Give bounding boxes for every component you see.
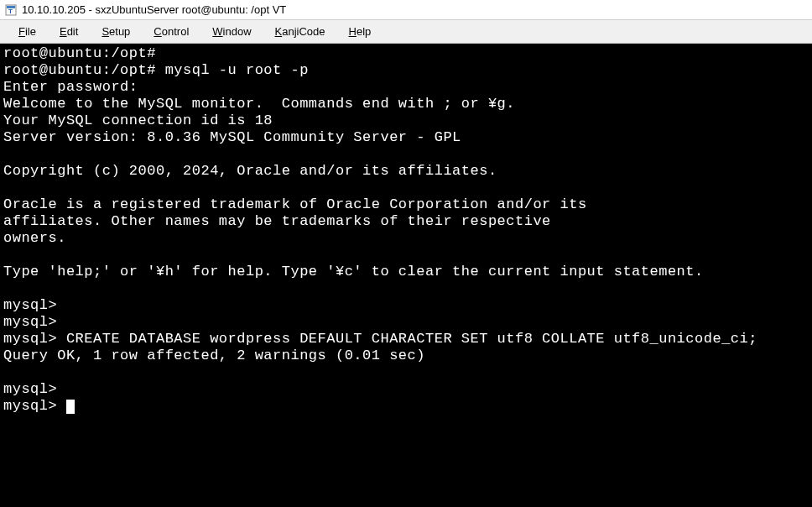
menu-setup[interactable]: Setup [90, 23, 142, 40]
terminal-cursor [66, 400, 75, 414]
window-title: 10.10.10.205 - sxzUbuntuServer root@ubun… [22, 3, 286, 16]
svg-text:T: T [8, 8, 13, 15]
app-icon: T [5, 4, 17, 16]
menu-help[interactable]: Help [337, 23, 383, 40]
menu-window[interactable]: Window [200, 23, 263, 40]
menu-file[interactable]: File [7, 23, 48, 40]
title-bar: T 10.10.10.205 - sxzUbuntuServer root@ub… [0, 0, 812, 20]
menu-control[interactable]: Control [142, 23, 200, 40]
menu-bar: File Edit Setup Control Window KanjiCode… [0, 20, 812, 44]
menu-kanji[interactable]: KanjiCode [263, 23, 337, 40]
terminal-area[interactable]: root@ubuntu:/opt# root@ubuntu:/opt# mysq… [0, 44, 812, 507]
menu-edit[interactable]: Edit [48, 23, 90, 40]
terminal-content: root@ubuntu:/opt# root@ubuntu:/opt# mysq… [3, 45, 757, 414]
